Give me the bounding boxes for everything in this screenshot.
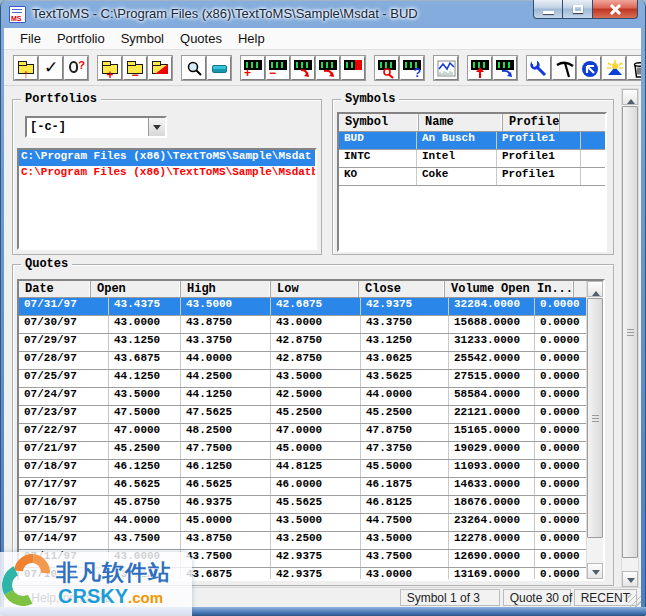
open-cell: 44.1250 [109, 370, 181, 387]
quotes-column-header[interactable]: Volume [445, 281, 495, 297]
symbols-group: Symbols SymbolNameProfile BUD An Busch P… [332, 99, 614, 255]
portfolio-list-item[interactable]: C:\Program Files (x86)\TextToMS\Sample\M… [19, 166, 315, 182]
quotes-row[interactable]: 07/23/97 47.5000 47.5625 45.2500 45.2500… [19, 406, 586, 424]
view-chart-button[interactable] [434, 56, 458, 80]
symbols-column-header[interactable]: Name [419, 114, 503, 131]
quotes-row[interactable]: 07/18/97 46.1250 46.1250 44.8125 45.5000… [19, 460, 586, 478]
quotes-row[interactable]: 07/25/97 44.1250 44.2500 43.5000 43.5625… [19, 370, 586, 388]
wrench-icon [528, 57, 552, 81]
build-button[interactable] [552, 56, 576, 80]
open-portfolio-button[interactable]: ↑ [14, 56, 38, 80]
add-portfolio-button[interactable]: + [98, 56, 122, 80]
quotes-row[interactable]: 07/28/97 43.6875 44.0000 42.8750 43.0625… [19, 352, 586, 370]
quotes-row[interactable]: 07/24/97 43.5000 44.1250 42.5000 44.0000… [19, 388, 586, 406]
add-quote-button[interactable]: + [241, 56, 265, 80]
open-cell: 46.1250 [109, 460, 181, 477]
menu-item[interactable]: Help [230, 29, 273, 48]
symbols-row[interactable]: INTC Intel Profile1 [339, 150, 605, 168]
quote-help-button[interactable]: ? [400, 56, 424, 80]
menu-item[interactable]: Portfolio [49, 29, 113, 48]
tools-button[interactable] [527, 56, 551, 80]
open-interest-cell: 0.0000 [535, 370, 585, 387]
profile-help-button[interactable]: ? [64, 56, 88, 80]
high-cell: 46.9375 [181, 496, 271, 513]
quotes-row[interactable]: 07/15/97 44.0000 45.0000 43.5000 44.7500… [19, 514, 586, 532]
quotes-column-header[interactable]: Date [19, 281, 91, 297]
chevron-down-icon[interactable] [148, 118, 165, 136]
close-button[interactable] [593, 0, 638, 19]
menu-item[interactable]: Symbol [113, 29, 172, 48]
quotes-row[interactable]: 07/14/97 43.7500 43.8750 43.2500 43.5000… [19, 532, 586, 550]
symbols-column-header[interactable]: Profile [503, 114, 560, 131]
scroll-down-icon[interactable] [622, 571, 638, 587]
low-cell: 42.5000 [271, 388, 361, 405]
open-cell: 43.4375 [109, 298, 181, 315]
quotes-row[interactable]: 07/22/97 47.0000 48.2500 47.0000 47.8750… [19, 424, 586, 442]
portfolio-list-item[interactable]: C:\Program Files (x86)\TextToMS\Sample\M… [19, 150, 315, 166]
volume-cell: 18676.0000 [449, 496, 535, 513]
quotes-row[interactable]: 07/31/97 43.4375 43.5000 42.6875 42.9375… [19, 298, 586, 316]
symbols-column-header[interactable]: Symbol [339, 114, 419, 131]
scroll-down-icon[interactable] [587, 563, 603, 579]
high-cell: 44.2500 [181, 370, 271, 387]
high-cell: 45.0000 [181, 514, 271, 531]
open-interest-cell: 0.0000 [535, 352, 585, 369]
drive-selector[interactable]: [-c-] [25, 116, 167, 138]
update-quote-button[interactable] [468, 56, 492, 80]
quotes-column-header[interactable]: Low [271, 281, 359, 297]
quotes-column-header[interactable]: Open In... [495, 281, 574, 297]
close-icon [610, 4, 621, 15]
quotes-column-header[interactable]: Open [91, 281, 181, 297]
remove-portfolio-button[interactable]: − [123, 56, 147, 80]
quotes-row[interactable]: 07/30/97 43.0000 43.8750 43.0000 43.3750… [19, 316, 586, 334]
toolbar: ↑ ✓ ? + − + − ? [4, 51, 641, 86]
open-interest-cell: 0.0000 [535, 514, 585, 531]
status-panel: Quote 30 of 30 [503, 589, 571, 606]
symbols-row[interactable]: KO Coke Profile1 [339, 168, 605, 186]
portfolios-group: Portfolios [-c-] C:\Program Files (x86)\… [12, 99, 322, 255]
main-scrollbar-thumb[interactable] [622, 106, 638, 558]
close-cell: 47.3750 [361, 442, 449, 459]
open-interest-cell: 0.0000 [535, 316, 585, 333]
open-interest-cell: 0.0000 [535, 298, 585, 315]
quotes-row[interactable]: 07/17/97 46.5625 46.5625 46.0000 46.1875… [19, 478, 586, 496]
validate-button[interactable]: ✓ [39, 56, 63, 80]
refresh-quotes-button[interactable] [493, 56, 517, 80]
tips-button[interactable] [602, 56, 626, 80]
high-cell: 43.6875 [181, 568, 271, 581]
portfolios-group-label: Portfolios [21, 92, 101, 106]
open-interest-cell: 0.0000 [535, 532, 585, 549]
scroll-up-icon[interactable] [622, 89, 638, 105]
low-cell: 47.0000 [271, 424, 361, 441]
quotes-column-header[interactable]: High [181, 281, 271, 297]
menu-item[interactable]: Quotes [172, 29, 230, 48]
close-cell: 42.9375 [361, 298, 449, 315]
delete-quote-button[interactable]: − [266, 56, 290, 80]
back-button[interactable] [577, 56, 601, 80]
open-interest-cell: 0.0000 [535, 496, 585, 513]
search-button[interactable] [182, 56, 206, 80]
move-quote-button[interactable] [291, 56, 315, 80]
delete-all-button[interactable] [627, 56, 641, 80]
profile-cell: Profile1 [497, 150, 581, 167]
volume-cell: 25542.0000 [449, 352, 535, 369]
eraser-button[interactable] [207, 56, 231, 80]
quotes-scrollbar-thumb[interactable] [587, 298, 603, 538]
find-quote-button[interactable] [375, 56, 399, 80]
main-scrollbar[interactable] [621, 88, 639, 588]
quotes-column-header[interactable]: Close [359, 281, 445, 297]
menu-item[interactable]: File [12, 29, 49, 48]
scroll-up-icon[interactable] [587, 281, 603, 297]
symbols-row[interactable]: BUD An Busch Profile1 [339, 132, 605, 150]
maximize-button[interactable] [563, 0, 593, 19]
quotes-scrollbar[interactable] [586, 281, 603, 579]
delete-range-button[interactable] [341, 56, 365, 80]
portfolio-properties-button[interactable] [148, 56, 172, 80]
resize-grip[interactable] [628, 594, 641, 607]
quotes-row[interactable]: 07/29/97 43.1250 43.3750 42.8750 43.1250… [19, 334, 586, 352]
quotes-row[interactable]: 07/21/97 45.2500 47.7500 45.0000 47.3750… [19, 442, 586, 460]
quotes-row[interactable]: 07/16/97 45.8750 46.9375 45.5625 46.8125… [19, 496, 586, 514]
copy-quote-button[interactable] [316, 56, 340, 80]
minimize-button[interactable] [533, 0, 563, 19]
title-bar[interactable]: TextToMS - C:\Program Files (x86)\TextTo… [0, 0, 646, 28]
